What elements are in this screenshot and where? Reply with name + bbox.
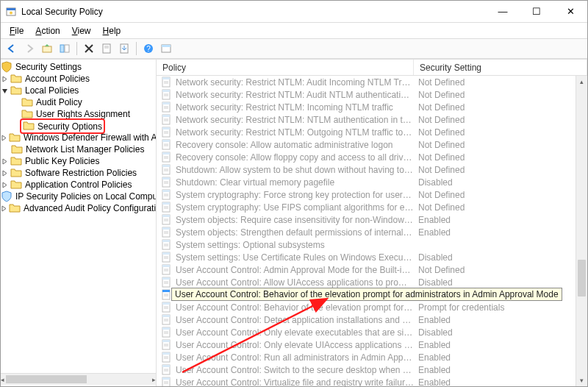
show-tree-button[interactable]: [57, 40, 73, 57]
tree-label: Account Policies: [25, 73, 90, 85]
collapse-icon[interactable]: [1, 87, 9, 95]
toolbar-separator: [76, 42, 77, 55]
policy-setting: Disabled: [414, 177, 576, 188]
policy-list[interactable]: Network security: Restrict NTLM: Audit I…: [157, 76, 576, 386]
menu-action[interactable]: Action: [29, 24, 65, 38]
policy-row[interactable]: System objects: Strengthen default permi…: [157, 226, 576, 238]
policy-row[interactable]: User Account Control: Only elevate UIAcc…: [157, 338, 576, 351]
forward-button[interactable]: [21, 40, 37, 57]
folder-icon: [21, 96, 33, 108]
policy-item-icon: [161, 102, 173, 113]
policy-row[interactable]: System settings: Use Certificate Rules o…: [157, 251, 576, 263]
policy-name: User Account Control: Behavior of the el…: [176, 302, 414, 313]
tree-audit-policy[interactable]: Audit Policy: [1, 96, 156, 108]
menu-help[interactable]: Help: [97, 24, 127, 38]
policy-row[interactable]: User Account Control: Switch to the secu…: [157, 363, 576, 376]
policy-name: Network security: Restrict NTLM: NTLM au…: [176, 115, 414, 125]
policy-row[interactable]: User Account Control: Allow UIAccess app…: [157, 276, 576, 288]
scroll-down-icon[interactable]: ▾: [576, 374, 587, 386]
menu-file[interactable]: File: [4, 24, 29, 38]
tree-label: Network List Manager Policies: [26, 143, 144, 155]
svg-rect-39: [162, 152, 170, 155]
policy-row[interactable]: System cryptography: Force strong key pr…: [157, 188, 576, 201]
svg-rect-27: [162, 115, 170, 117]
policy-setting: Not Defined: [414, 165, 576, 175]
list-scrollbar-v[interactable]: ▴ ▾: [576, 76, 587, 386]
tree-account-policies[interactable]: Account Policies: [1, 73, 156, 85]
close-button[interactable]: ✕: [553, 1, 587, 22]
policy-row[interactable]: Network security: Restrict NTLM: Audit I…: [157, 76, 576, 88]
policy-row[interactable]: Recovery console: Allow automatic admini…: [157, 138, 576, 151]
policy-setting: Disabled: [414, 277, 576, 288]
policy-row[interactable]: User Account Control: Admin Approval Mod…: [157, 263, 576, 276]
policy-setting: Enabled: [414, 377, 576, 387]
policy-row[interactable]: Recovery console: Allow floppy copy and …: [157, 151, 576, 163]
policy-setting: Enabled: [414, 340, 576, 350]
tree-acp[interactable]: Application Control Policies: [1, 179, 156, 191]
folder-icon: [10, 179, 22, 191]
policy-row[interactable]: Shutdown: Clear virtual memory pagefileD…: [157, 176, 576, 188]
policy-setting: Enabled: [414, 365, 576, 375]
policy-row[interactable]: Network security: Restrict NTLM: NTLM au…: [157, 113, 576, 126]
policy-row[interactable]: Shutdown: Allow system to be shut down w…: [157, 163, 576, 176]
svg-rect-43: [162, 165, 170, 167]
tree-local-policies[interactable]: Local Policies: [1, 85, 156, 96]
col-policy[interactable]: Policy: [157, 60, 414, 75]
scroll-up-icon[interactable]: ▴: [576, 76, 587, 88]
svg-rect-95: [162, 327, 170, 330]
tree-srp[interactable]: Software Restriction Policies: [1, 167, 156, 179]
minimize-button[interactable]: —: [486, 1, 520, 22]
tree-pkp[interactable]: Public Key Policies: [1, 155, 156, 167]
policy-name: User Account Control: Detect application…: [176, 315, 414, 325]
svg-rect-1: [7, 8, 15, 10]
delete-button[interactable]: [81, 40, 97, 57]
tree-nlmp[interactable]: Network List Manager Policies: [1, 143, 156, 155]
tree-root[interactable]: Security Settings: [1, 61, 156, 73]
policy-row[interactable]: User Account Control: Run all administra…: [157, 351, 576, 363]
expand-icon[interactable]: [1, 157, 9, 166]
tree-label: Software Restriction Policies: [25, 167, 137, 179]
properties-button[interactable]: [98, 40, 115, 57]
expand-icon[interactable]: [1, 75, 9, 83]
tree-label: Windows Defender Firewall with Advanced …: [24, 132, 157, 143]
menu-view[interactable]: View: [66, 24, 97, 38]
maximize-button[interactable]: ☐: [520, 1, 553, 22]
policy-row[interactable]: User Account Control: Virtualize file an…: [157, 376, 576, 386]
tree-security-options[interactable]: Security Options: [1, 120, 156, 132]
list-header[interactable]: Policy Security Setting: [157, 60, 587, 76]
tree-aapc[interactable]: Advanced Audit Policy Configuration: [1, 202, 156, 214]
tree-scrollbar-h[interactable]: ◂▸: [1, 373, 156, 385]
expand-icon[interactable]: [1, 134, 7, 142]
policy-row[interactable]: System cryptography: Use FIPS compliant …: [157, 201, 576, 213]
policy-row[interactable]: System objects: Require case insensitivi…: [157, 213, 576, 226]
policy-row[interactable]: Network security: Restrict NTLM: Audit N…: [157, 88, 576, 101]
policy-row[interactable]: User Account Control: Detect application…: [157, 313, 576, 326]
expand-icon[interactable]: [1, 181, 9, 189]
policy-name: User Account Control: Allow UIAccess app…: [176, 277, 414, 288]
export-button[interactable]: [116, 40, 132, 57]
back-button[interactable]: [4, 40, 20, 57]
shield-icon: [1, 191, 12, 202]
policy-name: Network security: Restrict NTLM: Incomin…: [176, 102, 393, 113]
expand-icon[interactable]: [1, 169, 9, 177]
policy-row[interactable]: User Account Control: Only elevate execu…: [157, 326, 576, 338]
policy-item-icon: [161, 89, 173, 101]
policy-row[interactable]: Network security: Restrict NTLM: Outgoin…: [157, 126, 576, 138]
policy-name: Shutdown: Allow system to be shut down w…: [176, 165, 414, 175]
help-button[interactable]: ?: [140, 40, 157, 57]
tree-ipsec[interactable]: IP Security Policies on Local Computer: [1, 191, 156, 202]
policy-row[interactable]: System settings: Optional subsystems: [157, 238, 576, 251]
titlebar[interactable]: Local Security Policy — ☐ ✕: [1, 1, 587, 23]
expand-icon[interactable]: [1, 205, 7, 213]
policy-row[interactable]: User Account Control: Behavior of the el…: [157, 301, 576, 313]
tree-defender[interactable]: Windows Defender Firewall with Advanced …: [1, 132, 156, 143]
refresh-button[interactable]: [158, 40, 174, 57]
col-setting[interactable]: Security Setting: [414, 60, 587, 75]
up-button[interactable]: [39, 40, 55, 57]
toolbar: ?: [1, 38, 587, 59]
svg-rect-5: [65, 45, 69, 52]
scrollbar-thumb[interactable]: [578, 260, 586, 297]
policy-row[interactable]: Network security: Restrict NTLM: Incomin…: [157, 101, 576, 113]
tree-pane[interactable]: Security Settings Account Policies Local…: [1, 60, 157, 386]
folder-icon: [9, 202, 21, 214]
